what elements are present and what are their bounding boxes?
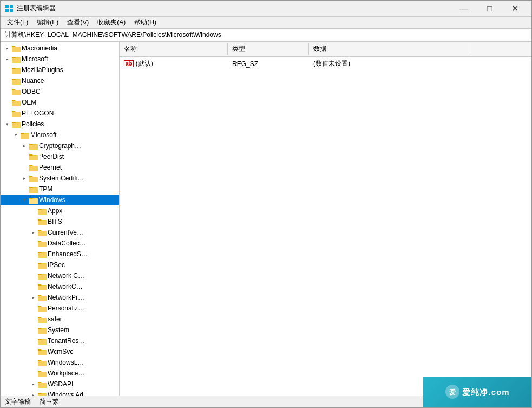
tree-item[interactable]: BITS — [1, 216, 119, 227]
expand-button[interactable]: ▸ — [29, 293, 37, 302]
tree-item[interactable]: NetworkC… — [1, 281, 119, 292]
folder-icon — [37, 348, 46, 355]
tree-item[interactable]: Appx — [1, 205, 119, 216]
tree-item[interactable]: Workplace… — [1, 368, 119, 379]
expand-button[interactable]: ▸ — [29, 380, 37, 388]
tree-item[interactable]: ▾ Policies — [1, 119, 119, 129]
tree-item-label: Microsoft — [22, 55, 48, 63]
tree-item-label: Personaliz… — [48, 305, 84, 312]
tree-item[interactable]: Peernet — [1, 162, 119, 173]
registry-entry-default[interactable]: ab(默认) REG_SZ (数值未设置) — [120, 57, 531, 70]
tree-item-label: Macromedia — [22, 44, 57, 52]
tree-item[interactable]: Nuance — [1, 75, 119, 86]
tree-item[interactable]: TPM — [1, 184, 119, 195]
tree-item-label: Appx — [48, 207, 62, 215]
tree-item[interactable]: ▸ WSDAPI — [1, 379, 119, 390]
tree-item[interactable]: ▸ SystemCertifi… — [1, 173, 119, 184]
menu-item[interactable]: 收藏夹(A) — [93, 17, 130, 28]
entry-type: REG_SZ — [228, 59, 309, 69]
app-icon — [5, 4, 14, 13]
main-content: ▸ Macromedia▸ Microsoft MozillaPlugins — [1, 42, 531, 396]
folder-icon — [11, 77, 20, 85]
menu-item[interactable]: 帮助(H) — [130, 17, 161, 28]
tree-item-label: DataCollec… — [48, 239, 86, 247]
tree-item[interactable]: MozillaPlugins — [1, 64, 119, 75]
tree-item[interactable]: ▸ Windows Ad… — [1, 390, 119, 396]
expand-button[interactable]: ▸ — [3, 44, 11, 53]
close-button[interactable]: ✕ — [503, 1, 527, 16]
folder-icon — [37, 229, 46, 236]
tree-item-label: SystemCertifi… — [39, 174, 84, 182]
tree-item[interactable]: ▸ Microsoft — [1, 54, 119, 64]
tree-item[interactable]: DataCollec… — [1, 238, 119, 249]
menu-item[interactable]: 查看(V) — [63, 17, 93, 28]
folder-icon — [37, 261, 46, 269]
tree-item[interactable]: WindowsL… — [1, 357, 119, 368]
tree-item[interactable]: ▸ Macromedia — [1, 43, 119, 54]
menu-item[interactable]: 编辑(E) — [32, 17, 63, 28]
tree-item[interactable]: WcmSvc — [1, 346, 119, 357]
tree-item-label: PeerDist — [39, 153, 64, 160]
tree-item[interactable]: System — [1, 325, 119, 335]
expand-button[interactable]: ▾ — [11, 131, 20, 139]
tree-item[interactable]: ODBC — [1, 86, 119, 97]
tree-item[interactable]: ▸ NetworkPr… — [1, 292, 119, 303]
tree-item[interactable]: ▾ Microsoft — [1, 129, 119, 140]
tree-item[interactable]: Network C… — [1, 270, 119, 281]
tree-item-label: WcmSvc — [48, 348, 73, 355]
folder-icon — [20, 131, 29, 139]
tree-item[interactable]: ▸ Cryptograph… — [1, 140, 119, 151]
folder-icon — [29, 174, 37, 182]
col-header-type[interactable]: 类型 — [228, 43, 309, 55]
expand-button[interactable]: ▾ — [3, 120, 11, 128]
tree-item-label: IPSec — [48, 261, 65, 269]
folder-icon — [37, 391, 46, 396]
folder-icon — [37, 305, 46, 312]
tree-item-label: Policies — [22, 120, 44, 128]
expand-button[interactable]: ▸ — [29, 391, 37, 396]
expand-button[interactable]: ▸ — [29, 228, 37, 237]
tree-item[interactable]: Personaliz… — [1, 303, 119, 314]
minimize-button[interactable]: — — [452, 1, 476, 16]
watermark: 爱 爱纯净.com — [423, 377, 531, 407]
tree-item[interactable]: TenantRes… — [1, 335, 119, 346]
status-bar: 文字输稿 简→繁 爱 爱纯净.com — [1, 396, 531, 407]
tree-item[interactable]: ▾ Windows — [1, 195, 119, 205]
registry-tree[interactable]: ▸ Macromedia▸ Microsoft MozillaPlugins — [1, 42, 120, 396]
folder-icon — [29, 153, 37, 160]
folder-icon — [37, 283, 46, 290]
status-text: 文字输稿 — [5, 397, 31, 406]
tree-item-label: safer — [48, 315, 62, 323]
tree-item[interactable]: EnhancedS… — [1, 249, 119, 260]
tree-item-label: Microsoft — [30, 131, 57, 139]
tree-item[interactable]: PeerDist — [1, 151, 119, 162]
folder-icon — [29, 164, 37, 171]
tree-item-label: Workplace… — [48, 370, 84, 377]
expand-button[interactable]: ▸ — [20, 174, 29, 183]
tree-item[interactable]: PELOGON — [1, 108, 119, 119]
folder-icon — [37, 294, 46, 301]
folder-icon — [37, 315, 46, 323]
expand-button[interactable]: ▸ — [20, 141, 29, 150]
expand-button[interactable]: ▸ — [3, 55, 11, 63]
window-controls: — □ ✕ — [452, 1, 527, 16]
tree-item-label: EnhancedS… — [48, 250, 88, 258]
folder-icon — [29, 185, 37, 193]
folder-icon — [11, 88, 20, 95]
tree-item[interactable]: IPSec — [1, 260, 119, 270]
folder-icon — [11, 109, 20, 117]
col-header-data[interactable]: 数据 — [309, 43, 471, 55]
tree-item[interactable]: ▸ CurrentVe… — [1, 227, 119, 238]
menu-item[interactable]: 文件(F) — [3, 17, 32, 28]
status-mode: 简→繁 — [40, 397, 59, 406]
col-header-name[interactable]: 名称 — [120, 43, 228, 55]
tree-item[interactable]: safer — [1, 314, 119, 325]
expand-button[interactable]: ▾ — [20, 196, 29, 204]
tree-item-label: NetworkPr… — [48, 294, 84, 301]
tree-item-label: Windows Ad… — [48, 391, 90, 396]
tree-item-label: PELOGON — [22, 109, 54, 117]
tree-item-label: ODBC — [22, 88, 41, 95]
tree-item[interactable]: OEM — [1, 97, 119, 108]
folder-icon — [11, 55, 20, 63]
maximize-button[interactable]: □ — [477, 1, 502, 16]
